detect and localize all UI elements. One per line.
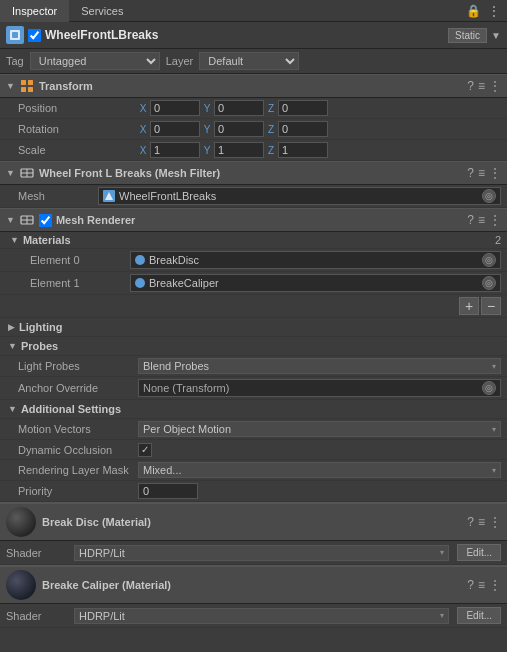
tag-label: Tag bbox=[6, 55, 24, 67]
lock-icon[interactable]: 🔒 bbox=[466, 4, 481, 18]
break-disc-shader-arrow: ▾ bbox=[440, 548, 444, 557]
mesh-renderer-help-icon[interactable]: ? bbox=[467, 213, 474, 227]
mesh-filter-more-icon[interactable]: ⋮ bbox=[489, 166, 501, 180]
rot-z-input[interactable] bbox=[278, 121, 328, 137]
tab-inspector[interactable]: Inspector bbox=[0, 0, 69, 22]
transform-actions: ? ≡ ⋮ bbox=[467, 79, 501, 93]
priority-input[interactable] bbox=[138, 483, 198, 499]
breake-caliper-preview bbox=[6, 570, 36, 600]
breake-caliper-help-icon[interactable]: ? bbox=[467, 578, 474, 592]
rot-y-input[interactable] bbox=[214, 121, 264, 137]
mesh-filter-arrow: ▼ bbox=[6, 168, 15, 178]
break-disc-more-icon[interactable]: ⋮ bbox=[489, 515, 501, 529]
breake-caliper-edit-button[interactable]: Edit... bbox=[457, 607, 501, 624]
element-1-value[interactable]: BreakeCaliper ◎ bbox=[130, 274, 501, 292]
mesh-filter-section-header[interactable]: ▼ Wheel Front L Breaks (Mesh Filter) ? ≡… bbox=[0, 161, 507, 185]
probes-arrow: ▼ bbox=[8, 341, 17, 351]
scale-z-input[interactable] bbox=[278, 142, 328, 158]
mesh-asset-icon bbox=[103, 190, 115, 202]
static-dropdown-arrow[interactable]: ▼ bbox=[491, 30, 501, 41]
break-disc-shader-label: Shader bbox=[6, 547, 66, 559]
breake-caliper-actions: ? ≡ ⋮ bbox=[467, 578, 501, 592]
anchor-override-field[interactable]: None (Transform) ◎ bbox=[138, 379, 501, 397]
dynamic-occlusion-checkbox[interactable]: ✓ bbox=[138, 443, 152, 457]
transform-more-icon[interactable]: ⋮ bbox=[489, 79, 501, 93]
breake-caliper-shader-dropdown[interactable]: HDRP/Lit ▾ bbox=[74, 608, 449, 624]
mesh-renderer-menu-icon[interactable]: ≡ bbox=[478, 213, 485, 227]
element-1-dot bbox=[135, 278, 145, 288]
mesh-renderer-title: Mesh Renderer bbox=[56, 214, 463, 226]
mesh-asset-name: WheelFrontLBreaks bbox=[119, 190, 478, 202]
element-0-value[interactable]: BreakDisc ◎ bbox=[130, 251, 501, 269]
mesh-value-field[interactable]: WheelFrontLBreaks ◎ bbox=[98, 187, 501, 205]
break-disc-shader-value: HDRP/Lit bbox=[79, 547, 125, 559]
element-0-dot bbox=[135, 255, 145, 265]
motion-vectors-dropdown[interactable]: Per Object Motion ▾ bbox=[138, 421, 501, 437]
remove-material-button[interactable]: − bbox=[481, 297, 501, 315]
mesh-renderer-enabled-checkbox[interactable] bbox=[39, 214, 52, 227]
add-material-button[interactable]: + bbox=[459, 297, 479, 315]
svg-rect-1 bbox=[12, 32, 18, 38]
motion-vectors-value: Per Object Motion bbox=[143, 423, 231, 435]
mesh-renderer-more-icon[interactable]: ⋮ bbox=[489, 213, 501, 227]
pos-x-input[interactable] bbox=[150, 100, 200, 116]
light-probes-label: Light Probes bbox=[18, 360, 138, 372]
mesh-filter-help-icon[interactable]: ? bbox=[467, 166, 474, 180]
rendering-layer-dropdown[interactable]: Mixed... ▾ bbox=[138, 462, 501, 478]
scale-z-label: Z bbox=[266, 145, 276, 156]
rotation-fields: X Y Z bbox=[138, 121, 501, 137]
mesh-filter-menu-icon[interactable]: ≡ bbox=[478, 166, 485, 180]
rendering-layer-label: Rendering Layer Mask bbox=[18, 464, 138, 476]
tab-services[interactable]: Services bbox=[69, 0, 135, 22]
transform-help-icon[interactable]: ? bbox=[467, 79, 474, 93]
scale-y-input[interactable] bbox=[214, 142, 264, 158]
pos-y-input[interactable] bbox=[214, 100, 264, 116]
transform-section-header[interactable]: ▼ Transform ? ≡ ⋮ bbox=[0, 74, 507, 98]
element-1-label: Element 1 bbox=[30, 277, 130, 289]
probes-section-header[interactable]: ▼ Probes bbox=[0, 337, 507, 356]
break-disc-title: Break Disc (Material) bbox=[42, 516, 461, 528]
break-disc-preview bbox=[6, 507, 36, 537]
rot-z-label: Z bbox=[266, 124, 276, 135]
mesh-filter-actions: ? ≡ ⋮ bbox=[467, 166, 501, 180]
position-row: Position X Y Z bbox=[0, 98, 507, 119]
lighting-section-header[interactable]: ▶ Lighting bbox=[0, 318, 507, 337]
scale-fields: X Y Z bbox=[138, 142, 501, 158]
scale-x-input[interactable] bbox=[150, 142, 200, 158]
mesh-renderer-section-header[interactable]: ▼ Mesh Renderer ? ≡ ⋮ bbox=[0, 208, 507, 232]
static-button[interactable]: Static bbox=[448, 28, 487, 43]
additional-settings-arrow: ▼ bbox=[8, 404, 17, 414]
materials-header[interactable]: ▼ Materials 2 bbox=[0, 232, 507, 249]
breake-caliper-menu-icon[interactable]: ≡ bbox=[478, 578, 485, 592]
break-disc-shader-dropdown[interactable]: HDRP/Lit ▾ bbox=[74, 545, 449, 561]
dynamic-occlusion-label: Dynamic Occlusion bbox=[18, 444, 138, 456]
light-probes-dropdown[interactable]: Blend Probes ▾ bbox=[138, 358, 501, 374]
rot-x-input[interactable] bbox=[150, 121, 200, 137]
svg-marker-9 bbox=[105, 192, 113, 200]
more-icon[interactable]: ⋮ bbox=[487, 3, 501, 19]
breake-caliper-shader-value: HDRP/Lit bbox=[79, 610, 125, 622]
layer-select[interactable]: Default bbox=[199, 52, 299, 70]
lighting-title: Lighting bbox=[19, 321, 62, 333]
dynamic-occlusion-row: Dynamic Occlusion ✓ bbox=[0, 440, 507, 460]
element-0-select-button[interactable]: ◎ bbox=[482, 253, 496, 267]
break-disc-menu-icon[interactable]: ≡ bbox=[478, 515, 485, 529]
svg-rect-3 bbox=[28, 80, 33, 85]
break-disc-help-icon[interactable]: ? bbox=[467, 515, 474, 529]
break-disc-shader-row: Shader HDRP/Lit ▾ Edit... bbox=[0, 541, 507, 565]
transform-menu-icon[interactable]: ≡ bbox=[478, 79, 485, 93]
light-probes-dropdown-arrow: ▾ bbox=[492, 362, 496, 371]
additional-settings-header[interactable]: ▼ Additional Settings bbox=[0, 400, 507, 419]
layer-label: Layer bbox=[166, 55, 194, 67]
break-disc-edit-button[interactable]: Edit... bbox=[457, 544, 501, 561]
tag-select[interactable]: Untagged bbox=[30, 52, 160, 70]
anchor-override-select-button[interactable]: ◎ bbox=[482, 381, 496, 395]
breake-caliper-more-icon[interactable]: ⋮ bbox=[489, 578, 501, 592]
additional-settings-title: Additional Settings bbox=[21, 403, 121, 415]
element-1-select-button[interactable]: ◎ bbox=[482, 276, 496, 290]
priority-row: Priority bbox=[0, 481, 507, 502]
pos-z-input[interactable] bbox=[278, 100, 328, 116]
object-enabled-checkbox[interactable] bbox=[28, 29, 41, 42]
mesh-select-button[interactable]: ◎ bbox=[482, 189, 496, 203]
tag-layer-row: Tag Untagged Layer Default bbox=[0, 49, 507, 74]
